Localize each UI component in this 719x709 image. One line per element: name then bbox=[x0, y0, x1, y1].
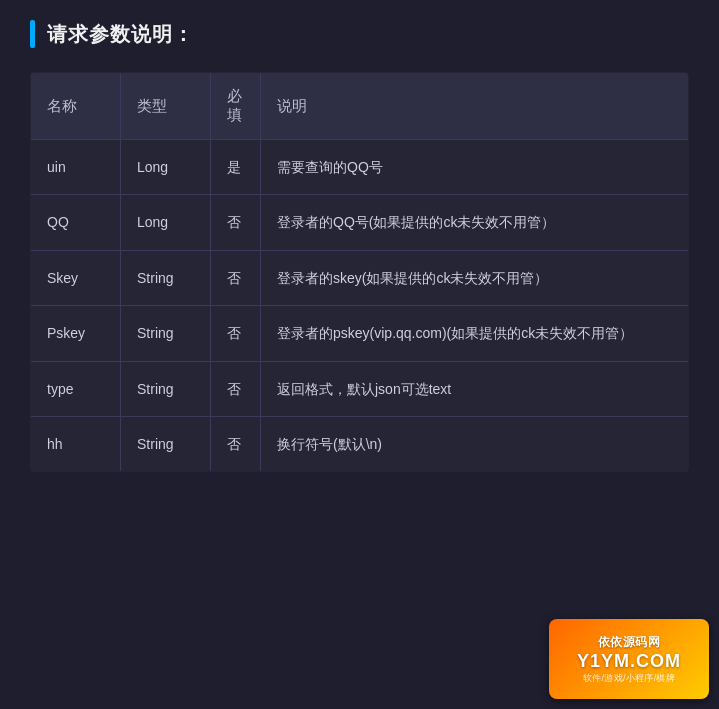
cell-desc: 登录者的QQ号(如果提供的ck未失效不用管） bbox=[261, 195, 689, 250]
table-row: QQLong否登录者的QQ号(如果提供的ck未失效不用管） bbox=[31, 195, 689, 250]
cell-desc: 返回格式，默认json可选text bbox=[261, 361, 689, 416]
params-table: 名称 类型 必填 说明 uinLong是需要查询的QQ号QQLong否登录者的Q… bbox=[30, 72, 689, 472]
section-title: 请求参数说明： bbox=[47, 21, 194, 48]
cell-required: 否 bbox=[211, 250, 261, 305]
cell-name: QQ bbox=[31, 195, 121, 250]
cell-type: Long bbox=[121, 195, 211, 250]
section-title-wrap: 请求参数说明： bbox=[30, 20, 689, 48]
watermark-badge: 依依源码网 Y1YM.COM 软件/游戏/小程序/棋牌 bbox=[549, 619, 709, 699]
cell-name: Pskey bbox=[31, 306, 121, 361]
cell-required: 否 bbox=[211, 361, 261, 416]
table-row: typeString否返回格式，默认json可选text bbox=[31, 361, 689, 416]
cell-required: 否 bbox=[211, 306, 261, 361]
table-row: PskeyString否登录者的pskey(vip.qq.com)(如果提供的c… bbox=[31, 306, 689, 361]
cell-name: Skey bbox=[31, 250, 121, 305]
watermark-tagline: 软件/游戏/小程序/棋牌 bbox=[583, 672, 675, 685]
cell-name: hh bbox=[31, 416, 121, 471]
cell-desc: 换行符号(默认\n) bbox=[261, 416, 689, 471]
title-accent-bar bbox=[30, 20, 35, 48]
col-header-name: 名称 bbox=[31, 73, 121, 140]
table-row: hhString否换行符号(默认\n) bbox=[31, 416, 689, 471]
cell-type: String bbox=[121, 306, 211, 361]
col-header-required: 必填 bbox=[211, 73, 261, 140]
cell-type: String bbox=[121, 361, 211, 416]
cell-desc: 登录者的skey(如果提供的ck未失效不用管） bbox=[261, 250, 689, 305]
table-row: uinLong是需要查询的QQ号 bbox=[31, 140, 689, 195]
cell-desc: 需要查询的QQ号 bbox=[261, 140, 689, 195]
col-header-desc: 说明 bbox=[261, 73, 689, 140]
cell-type: Long bbox=[121, 140, 211, 195]
cell-required: 否 bbox=[211, 416, 261, 471]
cell-required: 否 bbox=[211, 195, 261, 250]
cell-required: 是 bbox=[211, 140, 261, 195]
cell-name: uin bbox=[31, 140, 121, 195]
watermark-domain: Y1YM.COM bbox=[577, 651, 681, 672]
page-container: 请求参数说明： 名称 类型 必填 说明 uinLong是需要查询的QQ号QQLo… bbox=[0, 0, 719, 709]
cell-type: String bbox=[121, 250, 211, 305]
cell-type: String bbox=[121, 416, 211, 471]
cell-desc: 登录者的pskey(vip.qq.com)(如果提供的ck未失效不用管） bbox=[261, 306, 689, 361]
table-header-row: 名称 类型 必填 说明 bbox=[31, 73, 689, 140]
cell-name: type bbox=[31, 361, 121, 416]
table-row: SkeyString否登录者的skey(如果提供的ck未失效不用管） bbox=[31, 250, 689, 305]
col-header-type: 类型 bbox=[121, 73, 211, 140]
watermark-site-name: 依依源码网 bbox=[598, 634, 661, 651]
